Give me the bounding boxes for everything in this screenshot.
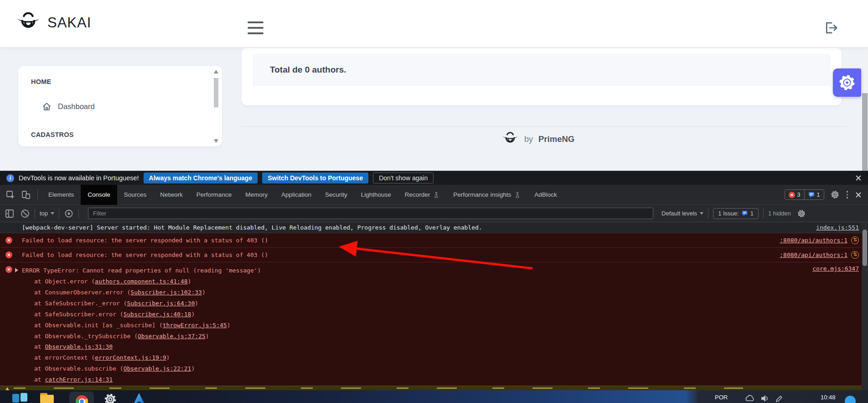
pinned-app-button[interactable] — [133, 393, 145, 403]
tab-recorder[interactable]: Recorder — [398, 185, 447, 205]
logout-icon[interactable] — [823, 20, 840, 37]
info-icon: i — [6, 174, 14, 182]
authors-card: Total de 0 authors. — [242, 48, 842, 105]
menu-toggle-icon[interactable] — [248, 21, 264, 34]
settings-gear-icon[interactable] — [831, 190, 839, 199]
stack-frame-text: ) — [195, 300, 198, 307]
error-count-badge[interactable]: 3 — [785, 190, 804, 199]
log-levels-selector[interactable]: Default levels — [661, 210, 703, 217]
toolbar-separator — [708, 209, 708, 219]
stack-frame: at SafeSubscriber.error (Subscriber.js:4… — [22, 309, 803, 320]
stack-frame-text: ) — [206, 333, 209, 340]
stack-frame-link[interactable]: catchError.js:14:31 — [45, 376, 113, 383]
tab-sources[interactable]: Sources — [117, 185, 154, 205]
sakai-logo-icon — [16, 10, 41, 36]
network-request-icon[interactable]: ⇅ — [851, 251, 859, 259]
sidebar-scroll-thumb[interactable] — [214, 78, 218, 107]
tabbar-right-cluster: 3 1 — [785, 189, 868, 200]
match-language-button[interactable]: Always match Chrome's language — [144, 173, 258, 183]
stack-frame-link[interactable]: authors.component.ts:41:48 — [95, 278, 188, 285]
page-scroll-thumb[interactable] — [862, 93, 868, 171]
console-settings-gear-icon[interactable] — [797, 209, 806, 218]
live-expression-icon[interactable] — [64, 209, 74, 219]
task-view-button[interactable] — [12, 393, 30, 403]
stack-frame-link[interactable]: Observable.js:31:30 — [45, 343, 113, 350]
clock[interactable]: 10:48 — [821, 394, 836, 401]
expand-triangle-icon[interactable] — [15, 268, 18, 272]
inspect-icon[interactable] — [5, 190, 16, 200]
scroll-up-icon[interactable] — [214, 70, 218, 73]
console-error-row: × Failed to load resource: the server re… — [0, 233, 868, 248]
theme-config-button[interactable] — [833, 68, 861, 97]
dont-show-again-button[interactable]: Don't show again — [373, 173, 434, 183]
language-indicator[interactable]: POR — [715, 394, 728, 401]
sidebar-scrollbar[interactable] — [213, 70, 219, 143]
issue-count-badge[interactable]: 1 — [804, 190, 824, 199]
console-filter-input[interactable] — [88, 208, 653, 219]
stack-frame-link[interactable]: Observable.js:22:21 — [124, 365, 191, 372]
infobar-close-icon[interactable] — [855, 175, 862, 181]
page-scrollbar[interactable] — [862, 47, 868, 171]
scroll-down-icon[interactable] — [214, 139, 218, 143]
stack-frame-link[interactable]: throwError.js:5:45 — [163, 322, 227, 329]
log-message: [webpack-dev-server] Server started: Hot… — [22, 224, 807, 231]
stack-frame-link[interactable]: Subscriber.js:40:18 — [124, 311, 191, 318]
tab-lighthouse[interactable]: Lighthouse — [354, 185, 398, 205]
console-sidebar-icon[interactable] — [5, 209, 15, 219]
settings-app-button[interactable] — [104, 393, 117, 403]
cloud-tray-icon[interactable] — [745, 395, 755, 402]
notification-badge[interactable] — [845, 396, 856, 403]
more-options-icon[interactable] — [846, 190, 849, 199]
tab-application[interactable]: Application — [274, 185, 318, 205]
stack-frame-link[interactable]: errorContext.js:19:9 — [95, 354, 166, 361]
chrome-button[interactable] — [69, 392, 94, 403]
file-explorer-button[interactable] — [40, 393, 55, 403]
tab-console[interactable]: Console — [81, 185, 117, 205]
home-icon — [42, 102, 52, 111]
authors-total-text: Total de 0 authors. — [270, 65, 346, 75]
tab-performance-insights[interactable]: Performance insights — [446, 185, 527, 205]
stack-frame-link[interactable]: Subscriber.js:64:30 — [127, 300, 195, 307]
tab-performance[interactable]: Performance — [190, 185, 238, 205]
sidebar-section-cadastros: CADASTROS — [31, 131, 74, 138]
chevron-down-icon — [700, 212, 703, 215]
tab-security[interactable]: Security — [318, 185, 354, 205]
app-topbar: SAKAI — [0, 0, 868, 47]
source-link[interactable]: :8080/api/authors:1 — [780, 237, 847, 244]
pen-tray-icon[interactable] — [775, 395, 783, 403]
stack-frame-link[interactable]: Observable.js:37:25 — [138, 333, 206, 340]
tab-adblock[interactable]: AdBlock — [527, 185, 564, 205]
switch-portuguese-button[interactable]: Switch DevTools to Portuguese — [262, 173, 368, 183]
footer-logo-icon — [501, 131, 519, 148]
tab-label: Network — [160, 191, 183, 198]
tab-label: Lighthouse — [361, 191, 391, 198]
tab-network[interactable]: Network — [153, 185, 190, 205]
sidebar-item-dashboard[interactable]: Dashboard — [42, 102, 95, 111]
console-scroll-thumb[interactable] — [863, 230, 867, 266]
tab-label: Sources — [124, 191, 147, 198]
source-link[interactable]: core.mjs:6347 — [812, 265, 859, 272]
issues-button[interactable]: 1 Issue: 1 — [713, 208, 759, 219]
network-request-icon[interactable]: ⇅ — [851, 236, 859, 244]
error-circle-icon: × — [5, 266, 12, 273]
tab-elements[interactable]: Elements — [41, 185, 81, 205]
stack-frame: at Observable.js:31:30 — [22, 341, 803, 352]
hidden-messages-label: 1 hidden — [768, 210, 791, 217]
clipped-warning-row — [0, 386, 868, 390]
clear-console-icon[interactable] — [20, 209, 30, 219]
context-selector[interactable]: top — [40, 210, 54, 217]
stack-frame: at Observable.init [as _subscribe] (thro… — [22, 320, 803, 331]
brand-name: SAKAI — [47, 15, 91, 31]
error-circle-icon: × — [5, 237, 12, 244]
stack-frame-link[interactable]: Subscriber.js:102:33 — [130, 289, 202, 296]
tab-memory[interactable]: Memory — [238, 185, 274, 205]
brand[interactable]: SAKAI — [16, 10, 91, 36]
devtools-close-icon[interactable] — [855, 192, 862, 198]
footer-by-text: by — [524, 135, 533, 144]
source-link[interactable]: index.js:551 — [816, 224, 859, 231]
console-exception-row: × ERROR TypeError: Cannot read propertie… — [0, 262, 868, 386]
console-scrollbar[interactable] — [862, 222, 868, 390]
device-toolbar-icon[interactable] — [21, 190, 31, 200]
speaker-tray-icon[interactable] — [760, 395, 770, 402]
source-link[interactable]: :8080/api/authors:1 — [780, 251, 847, 258]
